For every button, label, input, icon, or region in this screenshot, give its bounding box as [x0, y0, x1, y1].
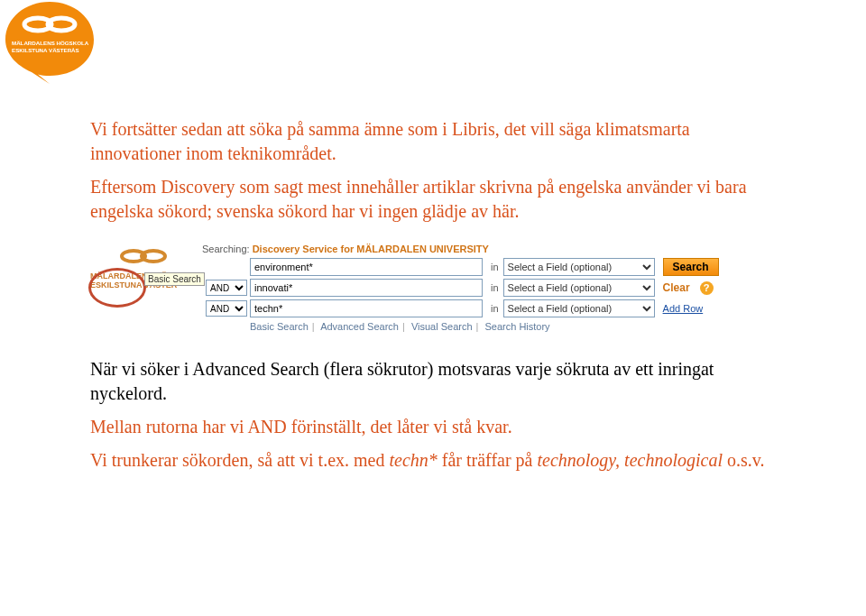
search-mode-links: Basic Search| Advanced Search| Visual Se…: [250, 321, 776, 332]
field-select-1[interactable]: Select a Field (optional): [503, 258, 655, 276]
search-row-2: AND in Select a Field (optional) Clear ?: [202, 279, 776, 297]
search-term-input-1[interactable]: [250, 258, 483, 276]
p5-em1: techn*: [389, 450, 437, 470]
searching-label: Searching: Discovery Service for MÄLARDA…: [202, 244, 776, 254]
clear-link[interactable]: Clear: [663, 281, 690, 294]
paragraph-5: Vi trunkerar sökorden, så att vi t.ex. m…: [90, 448, 785, 473]
in-label-2: in: [485, 282, 501, 293]
search-screenshot: MÄLARDALENS HÖGS ESKILSTUNA VÄSTER Searc…: [90, 244, 776, 332]
field-select-2[interactable]: Select a Field (optional): [503, 279, 655, 297]
brand-bubble: MÄLARDALENS HÖGSKOLA ESKILSTUNA VÄSTERÅS: [0, 0, 99, 81]
search-row-3: AND in Select a Field (optional) Add Row: [202, 299, 776, 317]
paragraph-1: Vi fortsätter sedan att söka på samma äm…: [90, 117, 785, 166]
searching-service: Discovery Service for MÄLARDALEN UNIVERS…: [253, 244, 489, 254]
paragraph-4: Mellan rutorna har vi AND förinställt, d…: [90, 415, 785, 439]
boolean-select-2[interactable]: AND: [206, 280, 247, 296]
brand-line1: MÄLARDALENS HÖGSKOLA: [12, 40, 89, 46]
document-body: Vi fortsätter sedan att söka på samma äm…: [0, 0, 866, 473]
boolean-select-3[interactable]: AND: [206, 300, 247, 317]
search-button[interactable]: Search: [663, 258, 719, 276]
search-row-1: Basic Search in Select a Field (optional…: [202, 258, 776, 276]
p5-em2: technology, technological: [537, 450, 723, 470]
brand-line2: ESKILSTUNA VÄSTERÅS: [12, 47, 79, 53]
link-visual-search[interactable]: Visual Search: [411, 321, 473, 332]
paragraph-3: När vi söker i Advanced Search (flera sö…: [90, 357, 785, 406]
add-row-link[interactable]: Add Row: [663, 303, 704, 314]
help-icon[interactable]: ?: [700, 281, 714, 295]
link-basic-search[interactable]: Basic Search: [250, 321, 309, 332]
basic-search-tooltip: Basic Search: [144, 272, 205, 286]
field-select-3[interactable]: Select a Field (optional): [503, 299, 655, 317]
in-label-3: in: [485, 303, 501, 314]
search-term-input-2[interactable]: [250, 279, 483, 297]
paragraph-2: Eftersom Discovery som sagt mest innehål…: [90, 175, 785, 224]
p5-a: Vi trunkerar sökorden, så att vi t.ex. m…: [90, 450, 389, 470]
searching-prefix: Searching:: [202, 244, 250, 254]
search-term-input-3[interactable]: [250, 299, 483, 317]
link-search-history[interactable]: Search History: [484, 321, 549, 332]
link-advanced-search[interactable]: Advanced Search: [320, 321, 399, 332]
p5-b: får träffar på: [438, 450, 538, 470]
in-label-1: in: [485, 262, 501, 272]
p5-c: o.s.v.: [723, 450, 764, 470]
